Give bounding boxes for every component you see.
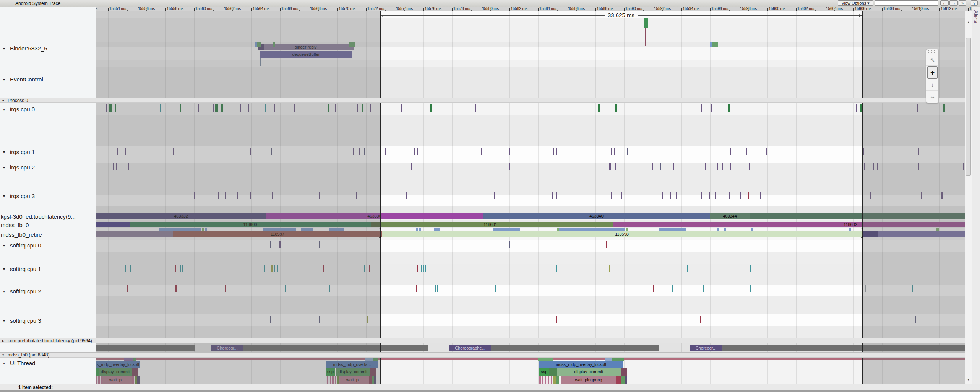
drag-handle-icon[interactable] xyxy=(928,50,937,54)
trace-event[interactable] xyxy=(422,192,422,199)
trace-slice[interactable] xyxy=(621,368,627,376)
trace-event[interactable] xyxy=(662,192,663,199)
trace-event[interactable] xyxy=(717,163,718,170)
trace-event[interactable] xyxy=(552,192,553,199)
trace-event[interactable] xyxy=(556,192,557,199)
trace-event[interactable] xyxy=(673,163,674,170)
pan-tool-button[interactable]: + xyxy=(927,66,938,79)
trace-event[interactable] xyxy=(653,285,654,292)
trace-event[interactable] xyxy=(440,285,440,292)
trace-event[interactable] xyxy=(509,148,510,155)
expander-expanded-icon[interactable]: ▾ xyxy=(3,319,5,323)
selection-gripper[interactable] xyxy=(861,228,863,230)
trace-slice[interactable] xyxy=(616,376,621,384)
trace-event[interactable] xyxy=(670,192,671,199)
trace-slice[interactable]: ssp xyxy=(539,368,549,376)
trace-slice[interactable] xyxy=(724,228,726,231)
timing-tool-button[interactable]: ↔ xyxy=(926,91,938,102)
trace-event[interactable] xyxy=(501,265,501,272)
nav-forward-button[interactable]: → xyxy=(949,0,958,6)
selection-gripper[interactable] xyxy=(861,236,863,238)
trace-event[interactable] xyxy=(598,104,600,112)
trace-slice[interactable] xyxy=(644,18,648,28)
track-label[interactable]: – xyxy=(0,17,96,24)
trace-event[interactable] xyxy=(611,148,612,155)
trace-event[interactable] xyxy=(611,192,612,199)
trace-slice[interactable] xyxy=(549,368,557,376)
expander-expanded-icon[interactable]: ▾ xyxy=(2,99,4,102)
trace-event[interactable] xyxy=(509,241,510,248)
track-label[interactable]: ▾Binder:6832_5 xyxy=(0,45,96,52)
trace-event[interactable] xyxy=(760,192,761,199)
track-label[interactable]: ▾softirq cpu 1 xyxy=(0,265,96,272)
trace-slice[interactable] xyxy=(626,228,628,231)
alerts-tab[interactable]: Alerts xyxy=(972,7,980,384)
trace-event[interactable] xyxy=(494,192,495,199)
striped-slice[interactable] xyxy=(539,376,553,384)
trace-event[interactable] xyxy=(705,163,706,170)
track-label[interactable]: ▾irqs cpu 0 xyxy=(0,106,96,112)
track-label[interactable]: ▾irqs cpu 1 xyxy=(0,148,96,155)
trace-event[interactable] xyxy=(740,192,741,199)
trace-slice[interactable] xyxy=(416,228,418,231)
trace-event[interactable] xyxy=(738,192,738,199)
scroll-up-button[interactable]: ▲ xyxy=(965,19,972,26)
trace-event[interactable] xyxy=(621,192,622,199)
trace-event[interactable] xyxy=(416,285,417,292)
trace-slice[interactable] xyxy=(419,228,421,231)
trace-event[interactable] xyxy=(435,285,436,292)
trace-event[interactable] xyxy=(615,163,616,170)
expander-expanded-icon[interactable]: ▾ xyxy=(3,150,5,154)
trace-event[interactable] xyxy=(712,192,712,199)
trace-event[interactable] xyxy=(417,265,418,272)
trace-slice[interactable] xyxy=(434,228,440,231)
trace-event[interactable] xyxy=(746,148,747,155)
expander-expanded-icon[interactable]: ▾ xyxy=(3,243,5,247)
trace-event[interactable] xyxy=(621,163,621,170)
trace-event[interactable] xyxy=(631,192,631,199)
trace-event[interactable] xyxy=(728,104,730,112)
trace-event[interactable] xyxy=(749,163,750,170)
trace-event[interactable] xyxy=(406,192,407,199)
trace-event[interactable] xyxy=(414,148,415,155)
trace-slice[interactable]: 118598 xyxy=(382,231,862,237)
selection-boundary[interactable] xyxy=(380,11,381,384)
trace-event[interactable] xyxy=(703,285,704,292)
trace-slice[interactable]: 463344 xyxy=(710,213,750,219)
trace-event[interactable] xyxy=(606,241,607,248)
expander-expanded-icon[interactable]: ▾ xyxy=(3,267,5,271)
trace-slice[interactable] xyxy=(621,376,625,384)
trace-slice[interactable] xyxy=(493,228,520,231)
trace-event[interactable] xyxy=(425,265,426,272)
trace-slice[interactable] xyxy=(751,228,753,231)
trace-event[interactable] xyxy=(860,104,862,112)
expander-expanded-icon[interactable]: ▾ xyxy=(3,107,5,111)
trace-slice[interactable] xyxy=(625,376,627,384)
trace-event[interactable] xyxy=(627,148,628,155)
trace-event[interactable] xyxy=(423,265,424,272)
trace-event[interactable] xyxy=(556,148,557,155)
selection-gripper[interactable] xyxy=(379,228,381,230)
selection-gripper[interactable] xyxy=(379,236,381,238)
trace-event[interactable] xyxy=(615,104,617,112)
track-label[interactable]: ▾UI Thread xyxy=(0,359,96,366)
trace-event[interactable] xyxy=(844,241,844,248)
trace-slice[interactable] xyxy=(553,376,556,384)
trace-event[interactable] xyxy=(676,192,677,199)
trace-event[interactable] xyxy=(430,104,432,112)
trace-event[interactable] xyxy=(605,104,605,112)
trace-slice[interactable] xyxy=(612,358,624,361)
trace-event[interactable] xyxy=(401,104,402,112)
trace-slice[interactable] xyxy=(605,358,612,361)
trace-event[interactable] xyxy=(481,148,482,155)
view-options-button[interactable]: View Options ▾ xyxy=(838,0,873,6)
trace-event[interactable] xyxy=(411,163,412,170)
fast-forward-button[interactable]: » xyxy=(959,0,966,6)
track-label[interactable]: mdss_fb_0 xyxy=(0,221,96,228)
trace-slice[interactable]: display_commit xyxy=(557,368,621,376)
trace-slice[interactable]: mdss_mdp_overlay_kickoff xyxy=(539,361,623,368)
zoom-tool-button[interactable]: ↓ xyxy=(926,79,938,91)
trace-event[interactable] xyxy=(654,192,654,199)
trace-event[interactable] xyxy=(709,192,710,199)
trace-slice[interactable]: wait_pingpong xyxy=(561,376,616,384)
